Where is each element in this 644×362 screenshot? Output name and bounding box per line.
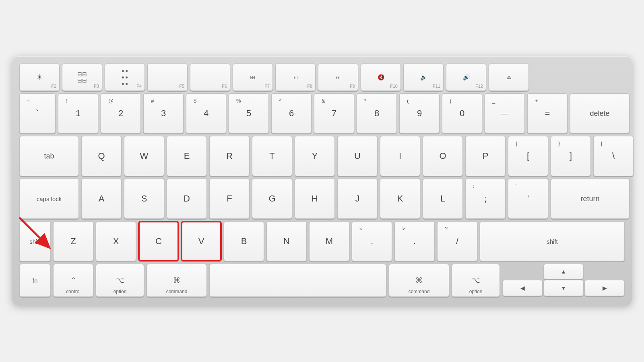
key-k[interactable]: K bbox=[380, 179, 420, 219]
key-comma[interactable]: < , bbox=[352, 221, 392, 261]
key-control[interactable]: ⌃ control bbox=[53, 264, 93, 297]
key-6[interactable]: ^ 6 bbox=[271, 93, 312, 134]
key-grave[interactable]: ~ ` bbox=[19, 93, 56, 134]
key-backslash[interactable]: | \ bbox=[593, 136, 634, 176]
key-arrow-left[interactable]: ◀ bbox=[502, 280, 543, 296]
key-p[interactable]: P bbox=[465, 136, 506, 176]
key-t[interactable]: T bbox=[252, 136, 292, 176]
key-eject[interactable]: ⏏ bbox=[489, 64, 529, 91]
key-quote[interactable]: " ' bbox=[508, 179, 548, 219]
key-7[interactable]: & 7 bbox=[314, 93, 354, 134]
key-h[interactable]: H bbox=[295, 179, 335, 219]
number-row: ~ ` ! 1 @ 2 # 3 $ 4 % 5 bbox=[19, 93, 625, 134]
keyboard: ☀ F2 ⊟⊟⊟⊟ F3 ●●●●●● F4 F5 F6 ⏮ F7 bbox=[12, 56, 632, 306]
rewind-icon: ⏮ bbox=[250, 74, 256, 80]
key-0[interactable]: ) 0 bbox=[442, 93, 482, 134]
key-f8[interactable]: ⏯ F8 bbox=[275, 64, 316, 91]
key-w[interactable]: W bbox=[124, 136, 164, 176]
key-return[interactable]: return bbox=[551, 179, 630, 219]
key-delete[interactable]: delete bbox=[570, 93, 630, 134]
key-equal[interactable]: + = bbox=[527, 93, 568, 134]
key-8[interactable]: * 8 bbox=[357, 93, 397, 134]
brightness-icon: ☀ bbox=[36, 73, 43, 82]
key-option-right[interactable]: ⌥ option bbox=[452, 264, 500, 297]
key-f12[interactable]: 🔊 F12 bbox=[446, 64, 486, 91]
key-f5[interactable]: F5 bbox=[147, 64, 188, 91]
option-left-icon: ⌥ bbox=[116, 276, 124, 285]
key-s[interactable]: S bbox=[124, 179, 164, 219]
command-left-icon: ⌘ bbox=[173, 276, 180, 285]
key-tab[interactable]: tab bbox=[19, 136, 79, 176]
key-a[interactable]: A bbox=[81, 179, 122, 219]
key-f2[interactable]: ☀ F2 bbox=[19, 64, 60, 91]
asdf-row: caps lock A S D F — G H J — bbox=[19, 179, 625, 219]
key-4[interactable]: $ 4 bbox=[186, 93, 226, 134]
key-period[interactable]: > . bbox=[394, 221, 435, 261]
key-f6[interactable]: F6 bbox=[190, 64, 230, 91]
key-g[interactable]: G bbox=[252, 179, 292, 219]
key-r[interactable]: R bbox=[209, 136, 250, 176]
key-space[interactable] bbox=[209, 264, 386, 297]
command-right-label: command bbox=[409, 289, 430, 294]
key-3[interactable]: # 3 bbox=[143, 93, 184, 134]
key-e[interactable]: E bbox=[167, 136, 207, 176]
key-command-right[interactable]: ⌘ command bbox=[389, 264, 449, 297]
delete-label: delete bbox=[590, 109, 609, 118]
key-lbracket[interactable]: { [ bbox=[508, 136, 548, 176]
key-f4[interactable]: ●●●●●● F4 bbox=[105, 64, 145, 91]
key-z[interactable]: Z bbox=[53, 221, 93, 261]
key-fn[interactable]: fn bbox=[19, 264, 51, 297]
key-f9[interactable]: ⏭ F9 bbox=[318, 64, 358, 91]
key-1[interactable]: ! 1 bbox=[58, 93, 98, 134]
key-command-left[interactable]: ⌘ command bbox=[147, 264, 207, 297]
key-semicolon[interactable]: : ; bbox=[465, 179, 506, 219]
eject-icon: ⏏ bbox=[506, 74, 512, 80]
key-arrow-right[interactable]: ▶ bbox=[584, 280, 625, 296]
arrow-cluster: ▲ ◀ ▼ ▶ bbox=[502, 264, 625, 296]
key-arrow-up[interactable]: ▲ bbox=[543, 264, 584, 279]
key-y[interactable]: Y bbox=[295, 136, 335, 176]
key-f3[interactable]: ⊟⊟⊟⊟ F3 bbox=[62, 64, 102, 91]
key-slash[interactable]: ? / bbox=[437, 221, 477, 261]
key-l[interactable]: L bbox=[423, 179, 463, 219]
key-5[interactable]: % 5 bbox=[229, 93, 269, 134]
key-m[interactable]: M bbox=[309, 221, 349, 261]
bottom-row: fn ⌃ control ⌥ option ⌘ command ⌘ comman… bbox=[19, 264, 625, 297]
arrow-left-icon: ◀ bbox=[520, 285, 525, 291]
key-f11[interactable]: 🔉 F11 bbox=[403, 64, 444, 91]
key-b[interactable]: B bbox=[224, 221, 264, 261]
key-shift-right[interactable]: shift bbox=[480, 221, 625, 261]
key-c[interactable]: C bbox=[138, 221, 179, 261]
shift-right-label: shift bbox=[547, 238, 558, 245]
option-left-label: option bbox=[114, 289, 127, 294]
key-2[interactable]: @ 2 bbox=[101, 93, 141, 134]
key-f[interactable]: F — bbox=[209, 179, 250, 219]
qwerty-row: tab Q W E R T Y U I bbox=[19, 136, 625, 176]
return-label: return bbox=[580, 195, 599, 203]
key-o[interactable]: O bbox=[423, 136, 463, 176]
key-d[interactable]: D bbox=[167, 179, 207, 219]
key-f7[interactable]: ⏮ F7 bbox=[233, 64, 273, 91]
key-q[interactable]: Q bbox=[81, 136, 122, 176]
key-v[interactable]: V bbox=[181, 221, 221, 261]
key-x[interactable]: X bbox=[96, 221, 136, 261]
key-caps-lock[interactable]: caps lock bbox=[19, 179, 79, 219]
control-label: control bbox=[66, 289, 80, 294]
arrow-up-icon: ▲ bbox=[561, 268, 566, 275]
key-i[interactable]: I bbox=[380, 136, 420, 176]
key-arrow-down[interactable]: ▼ bbox=[543, 280, 584, 296]
key-j[interactable]: J — bbox=[337, 179, 378, 219]
key-rbracket[interactable]: } ] bbox=[551, 136, 591, 176]
volume-down-icon: 🔉 bbox=[420, 74, 427, 80]
fn-row: ☀ F2 ⊟⊟⊟⊟ F3 ●●●●●● F4 F5 F6 ⏮ F7 bbox=[19, 64, 625, 91]
tab-label: tab bbox=[44, 152, 54, 160]
command-left-label: command bbox=[166, 289, 188, 294]
key-minus[interactable]: _ — bbox=[485, 93, 525, 134]
svg-line-1 bbox=[19, 218, 50, 248]
key-option-left[interactable]: ⌥ option bbox=[96, 264, 144, 297]
key-n[interactable]: N bbox=[266, 221, 307, 261]
key-9[interactable]: ( 9 bbox=[399, 93, 440, 134]
fast-forward-icon: ⏭ bbox=[335, 74, 341, 80]
key-u[interactable]: U bbox=[337, 136, 378, 176]
key-f10[interactable]: 🔇 F10 bbox=[361, 64, 401, 91]
